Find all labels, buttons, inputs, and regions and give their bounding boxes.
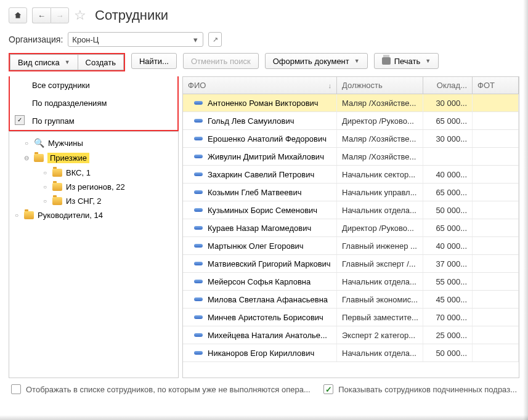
dropdown-item[interactable]: По подразделениям bbox=[10, 94, 177, 112]
tree-item-label: Из СНГ, 2 bbox=[66, 196, 102, 206]
table-row[interactable]: Мартынюк Олег ЕгоровичГлавный инженер ..… bbox=[183, 237, 519, 255]
folder-icon bbox=[52, 197, 62, 205]
cell-position: Начальник отдела... bbox=[337, 273, 423, 290]
cell-position: Начальник сектор... bbox=[337, 166, 423, 183]
cell-fot bbox=[473, 309, 519, 326]
create-button[interactable]: Создать bbox=[78, 54, 124, 70]
show-subordinate-checkbox[interactable] bbox=[323, 384, 333, 394]
tree-item[interactable]: ○Руководители, 14 bbox=[12, 208, 176, 222]
table-row[interactable]: Козьмин Глеб МатвеевичНачальник управл..… bbox=[183, 184, 519, 201]
organization-value: Крон-Ц bbox=[72, 35, 190, 44]
employee-icon bbox=[194, 172, 203, 176]
cell-fio: Кураев Назар Магомедович bbox=[183, 219, 337, 236]
table-row[interactable]: Антоненко Роман ВикторовичМаляр /Хозяйст… bbox=[183, 94, 519, 112]
cancel-search-button[interactable]: Отменить поиск bbox=[183, 53, 259, 69]
cell-position: Начальник отдела... bbox=[337, 201, 423, 219]
toolbar: Вид списка ▼ Создать Найти... Отменить п… bbox=[9, 53, 519, 71]
tree-item[interactable]: ○ВКС, 1 bbox=[12, 166, 176, 180]
cell-fot bbox=[473, 201, 519, 219]
cell-fot bbox=[473, 148, 519, 165]
cell-salary: 37 000... bbox=[423, 255, 473, 272]
column-position[interactable]: Должность bbox=[337, 77, 423, 94]
table-row[interactable]: Живулин Дмитрий МихайловичМаляр /Хозяйст… bbox=[183, 148, 519, 166]
view-list-button[interactable]: Вид списка ▼ bbox=[10, 54, 78, 70]
tree-item[interactable]: ○🔍Мужчины bbox=[12, 135, 176, 150]
expand-icon[interactable]: ○ bbox=[41, 198, 49, 205]
expand-icon[interactable]: ○ bbox=[41, 184, 49, 191]
dropdown-item[interactable]: По группам bbox=[10, 112, 177, 130]
tree-item[interactable]: ○Из СНГ, 2 bbox=[12, 194, 176, 208]
table-row[interactable]: Кураев Назар МагомедовичДиректор /Руково… bbox=[183, 219, 519, 237]
employee-icon bbox=[194, 208, 203, 212]
organization-open-button[interactable]: ↗ bbox=[208, 32, 222, 47]
folder-icon bbox=[52, 169, 62, 177]
expand-icon[interactable]: ○ bbox=[23, 139, 30, 147]
cell-fot bbox=[473, 130, 519, 147]
dropdown-item[interactable]: Все сотрудники bbox=[10, 76, 177, 94]
cell-position: Главный экономис... bbox=[337, 291, 423, 308]
forward-button[interactable]: → bbox=[51, 7, 69, 23]
table-row[interactable]: Матвиевский Григорий МарковичГлавный экс… bbox=[183, 255, 519, 273]
footer: Отображать в списке сотрудников, по кото… bbox=[9, 378, 519, 394]
expand-icon[interactable]: ○ bbox=[41, 169, 49, 177]
cell-fot bbox=[473, 112, 519, 129]
expand-icon[interactable]: ○ bbox=[13, 212, 20, 219]
tree-item[interactable]: ○Из регионов, 22 bbox=[12, 180, 176, 194]
table-row[interactable]: Гольд Лев СамуиловичДиректор /Руково...6… bbox=[183, 112, 519, 130]
title-bar: ← → ☆ Сотрудники bbox=[9, 7, 519, 23]
cell-fio: Козьмин Глеб Матвеевич bbox=[183, 184, 337, 201]
grid-header: ФИО ↓ Должность Оклад... ФОТ bbox=[183, 77, 519, 94]
collapse-icon[interactable]: ⊖ bbox=[23, 155, 30, 162]
cell-salary: 70 000... bbox=[423, 309, 473, 326]
column-fot[interactable]: ФОТ bbox=[473, 77, 519, 94]
print-button[interactable]: Печать ▼ bbox=[374, 53, 439, 69]
favorite-icon[interactable]: ☆ bbox=[74, 7, 86, 23]
folder-icon bbox=[24, 211, 34, 219]
tree-item-label: Приезжие bbox=[47, 153, 89, 163]
cell-salary: 55 000... bbox=[423, 273, 473, 290]
column-salary[interactable]: Оклад... bbox=[423, 77, 473, 94]
cell-position: Маляр /Хозяйстве... bbox=[337, 130, 423, 147]
back-button[interactable]: ← bbox=[32, 7, 51, 23]
employee-icon bbox=[194, 297, 203, 301]
make-document-button[interactable]: Оформить документ ▼ bbox=[265, 53, 368, 69]
cell-fot bbox=[473, 184, 519, 201]
cell-fio: Мейерсон Софья Карловна bbox=[183, 273, 337, 290]
cell-position: Главный эксперт /... bbox=[337, 255, 423, 272]
home-icon bbox=[14, 11, 22, 20]
cell-fio: Антоненко Роман Викторович bbox=[183, 94, 337, 111]
tree-item[interactable]: ⊖Приезжие bbox=[12, 150, 176, 166]
cell-fio: Захаркин Савелий Петрович bbox=[183, 166, 337, 183]
cell-salary: 40 000... bbox=[423, 237, 473, 254]
table-row[interactable]: Кузьминых Борис СеменовичНачальник отдел… bbox=[183, 201, 519, 219]
employee-icon bbox=[194, 244, 203, 248]
cell-fot bbox=[473, 255, 519, 272]
table-row[interactable]: Михейцева Наталия Анатолье...Эксперт 2 к… bbox=[183, 326, 519, 344]
organization-select[interactable]: Крон-Ц ▾ bbox=[68, 32, 203, 47]
make-document-label: Оформить документ bbox=[273, 57, 349, 66]
show-inactive-label: Отображать в списке сотрудников, по кото… bbox=[26, 385, 319, 394]
cell-salary: 30 000... bbox=[423, 94, 473, 111]
employee-icon bbox=[194, 333, 203, 337]
table-row[interactable]: Милова Светлана АфанасьевнаГлавный эконо… bbox=[183, 291, 519, 309]
chevron-down-icon[interactable]: ▾ bbox=[190, 35, 200, 44]
cell-position: Эксперт 2 категор... bbox=[337, 326, 423, 344]
folder-icon bbox=[52, 183, 62, 191]
cell-fot bbox=[473, 94, 519, 111]
show-inactive-checkbox[interactable] bbox=[11, 384, 21, 394]
find-button[interactable]: Найти... bbox=[131, 53, 177, 69]
grid-body: Антоненко Роман ВикторовичМаляр /Хозяйст… bbox=[183, 94, 519, 378]
table-row[interactable]: Захаркин Савелий ПетровичНачальник секто… bbox=[183, 166, 519, 184]
cell-salary: 65 000... bbox=[423, 184, 473, 201]
cell-fio: Минчев Аристотель Борисович bbox=[183, 309, 337, 326]
home-button[interactable] bbox=[9, 7, 27, 23]
column-fio[interactable]: ФИО ↓ bbox=[183, 77, 337, 94]
cell-fio: Живулин Дмитрий Михайлович bbox=[183, 148, 337, 165]
table-row[interactable]: Минчев Аристотель БорисовичПервый замест… bbox=[183, 309, 519, 326]
cell-fot bbox=[473, 219, 519, 236]
organization-label: Организация: bbox=[9, 34, 63, 44]
table-row[interactable]: Ерошенко Анатолий ФедоровичМаляр /Хозяйс… bbox=[183, 130, 519, 148]
table-row[interactable]: Никаноров Егор КирилловичНачальник отдел… bbox=[183, 344, 519, 362]
cell-fio: Милова Светлана Афанасьевна bbox=[183, 291, 337, 308]
table-row[interactable]: Мейерсон Софья КарловнаНачальник отдела.… bbox=[183, 273, 519, 291]
